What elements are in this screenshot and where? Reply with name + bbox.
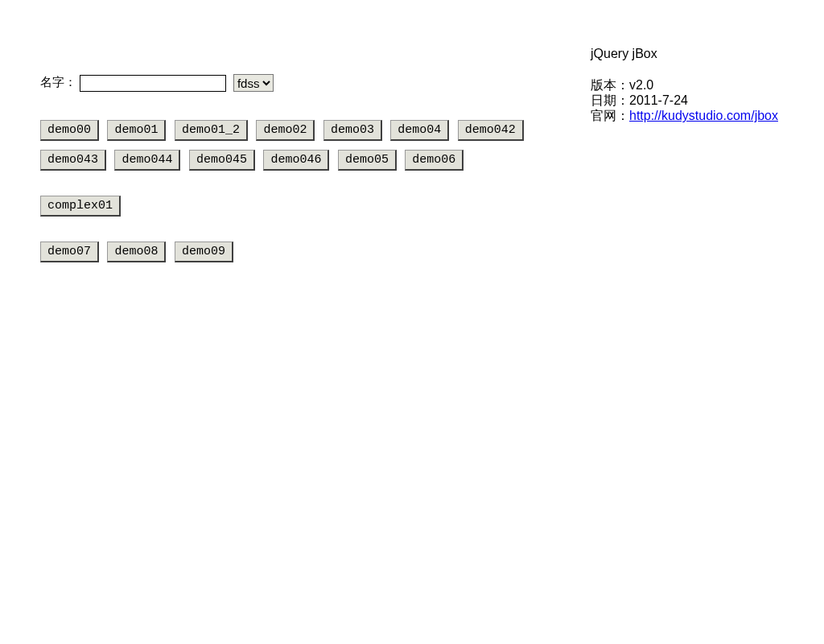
demo06-button[interactable]: demo06 bbox=[405, 150, 464, 171]
site-link[interactable]: http://kudystudio.com/jbox bbox=[629, 109, 778, 122]
version-value: v2.0 bbox=[629, 78, 653, 92]
demo05-button[interactable]: demo05 bbox=[338, 150, 397, 171]
name-label: 名字： bbox=[40, 76, 76, 89]
button-group-2: complex01 bbox=[40, 190, 563, 220]
site-line: 官网：http://kudystudio.com/jbox bbox=[591, 108, 816, 123]
demo01_2-button[interactable]: demo01_2 bbox=[175, 120, 248, 141]
date-line: 日期：2011-7-24 bbox=[591, 93, 816, 108]
demo07-button[interactable]: demo07 bbox=[40, 242, 99, 262]
demo00-button[interactable]: demo00 bbox=[40, 120, 99, 141]
demo044-button[interactable]: demo044 bbox=[114, 150, 180, 171]
sidebar-title: jQuery jBox bbox=[591, 47, 816, 61]
complex01-button[interactable]: complex01 bbox=[40, 196, 121, 217]
name-select[interactable]: fdss bbox=[233, 74, 274, 92]
demo043-button[interactable]: demo043 bbox=[40, 150, 106, 171]
main-area: 名字： fdss demo00 demo01 demo01_2 demo02 d… bbox=[40, 74, 563, 282]
name-input[interactable] bbox=[80, 75, 226, 92]
demo04-button[interactable]: demo04 bbox=[390, 120, 449, 141]
demo09-button[interactable]: demo09 bbox=[175, 242, 233, 262]
demo03-button[interactable]: demo03 bbox=[323, 120, 382, 141]
info-sidebar: jQuery jBox 版本：v2.0 日期：2011-7-24 官网：http… bbox=[591, 47, 816, 124]
button-group-3: demo07 demo08 demo09 bbox=[40, 236, 563, 266]
input-row: 名字： fdss bbox=[40, 74, 563, 92]
version-label: 版本： bbox=[591, 78, 629, 92]
button-group-1: demo00 demo01 demo01_2 demo02 demo03 dem… bbox=[40, 114, 563, 174]
demo01-button[interactable]: demo01 bbox=[107, 120, 166, 141]
demo046-button[interactable]: demo046 bbox=[263, 150, 329, 171]
site-label: 官网： bbox=[591, 109, 629, 122]
version-line: 版本：v2.0 bbox=[591, 77, 816, 93]
demo02-button[interactable]: demo02 bbox=[256, 120, 315, 141]
demo045-button[interactable]: demo045 bbox=[189, 150, 255, 171]
demo042-button[interactable]: demo042 bbox=[458, 120, 524, 141]
demo08-button[interactable]: demo08 bbox=[107, 242, 166, 262]
date-label: 日期： bbox=[591, 93, 629, 107]
date-value: 2011-7-24 bbox=[629, 93, 688, 107]
